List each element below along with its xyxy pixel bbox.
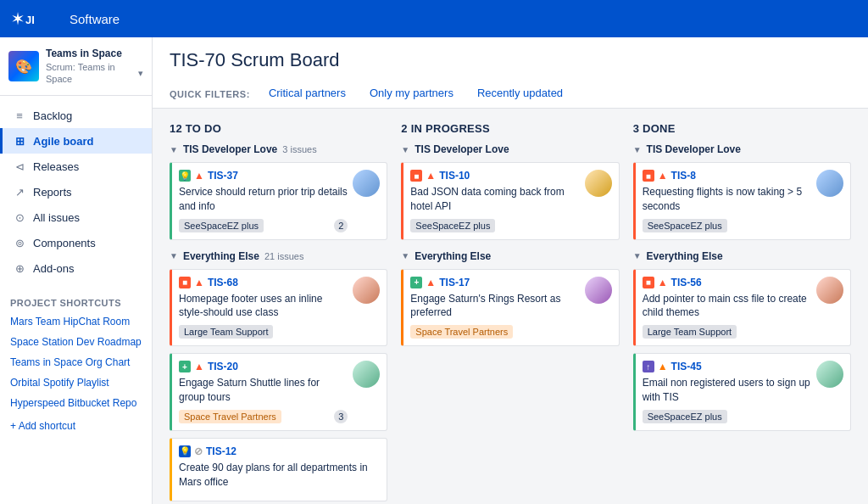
components-icon: ⊚ xyxy=(13,236,26,249)
sidebar-item-reports[interactable]: ↗ Reports xyxy=(0,179,152,204)
card-tis-8[interactable]: ■ ▲ TIS-8 Requesting flights is now taki… xyxy=(633,162,851,240)
shortcuts-title: PROJECT SHORTCUTS xyxy=(0,288,152,311)
bug-icon: ■ xyxy=(179,277,191,288)
card-footer: Large Team Support xyxy=(643,325,811,339)
addons-icon: ⊕ xyxy=(13,261,26,275)
card-tis-68[interactable]: ■ ▲ TIS-68 Homepage footer uses an inlin… xyxy=(170,269,387,347)
card-body: + ▲ TIS-17 Engage Saturn's Rings Resort … xyxy=(410,277,579,339)
priority-icon: ▲ xyxy=(658,277,668,288)
swimlane-header-2[interactable]: ▼ Everything Else xyxy=(633,250,851,262)
project-info: Teams in Space Scrum: Teams in Space ▾ xyxy=(46,48,143,85)
chevron-icon: ▼ xyxy=(633,251,642,260)
bug-icon: ■ xyxy=(643,170,654,182)
sidebar-item-label: Reports xyxy=(33,186,72,199)
project-header: 🎨 Teams in Space Scrum: Teams in Space ▾ xyxy=(0,37,152,96)
swimlane-header-2[interactable]: ▼ Everything Else xyxy=(401,250,619,262)
shortcut-bitbucket[interactable]: Hyperspeed Bitbucket Repo xyxy=(0,393,152,413)
swimlane-tis-dev-love-todo: ▼ TIS Developer Love 3 issues 💡 ▲ xyxy=(170,143,387,240)
sidebar-item-label: Agile board xyxy=(33,135,94,148)
shortcut-hipChat[interactable]: Mars Team HipChat Room xyxy=(0,311,152,332)
card-tag: SeeSpaceEZ plus xyxy=(410,219,495,232)
swimlane-header-2[interactable]: ▼ Everything Else 21 issues xyxy=(170,250,387,262)
card-title: Homepage footer uses an inline style-sho… xyxy=(179,292,348,321)
sidebar-item-addons[interactable]: ⊕ Add-ons xyxy=(0,255,152,281)
card-tis-17[interactable]: + ▲ TIS-17 Engage Saturn's Rings Resort … xyxy=(401,269,619,347)
card-avatar xyxy=(816,277,843,304)
sidebar: 🎨 Teams in Space Scrum: Teams in Space ▾… xyxy=(0,37,153,504)
project-name: Teams in Space xyxy=(46,48,143,61)
card-title: Bad JSON data coming back from hotel API xyxy=(410,185,579,214)
priority-icon: ▲ xyxy=(426,277,436,288)
story-icon: + xyxy=(410,277,422,288)
chevron-icon: ▼ xyxy=(633,145,642,154)
shortcut-org-chart[interactable]: Teams in Space Org Chart xyxy=(0,352,152,372)
backlog-icon: ≡ xyxy=(13,109,26,122)
shortcut-spotify[interactable]: Orbital Spotify Playlist xyxy=(0,372,152,393)
chevron-icon: ▼ xyxy=(401,145,409,154)
swimlane-header[interactable]: ▼ TIS Developer Love 3 issues xyxy=(170,143,387,155)
board-columns: 12 To do ▼ TIS Developer Love 3 issues xyxy=(170,122,851,504)
swimlane-title: TIS Developer Love xyxy=(183,143,277,155)
swimlane-title: TIS Developer Love xyxy=(647,143,741,155)
svg-text:JIRA: JIRA xyxy=(25,14,34,26)
jira-logo: ✶ JIRA Software xyxy=(10,7,120,31)
releases-icon: ⊲ xyxy=(13,160,26,173)
board-title: TIS-70 Scrum Board xyxy=(170,49,851,71)
priority-icon: ⊘ xyxy=(194,445,203,457)
column-inprogress: 2 In progress ▼ TIS Developer Love xyxy=(401,122,619,504)
add-shortcut-button[interactable]: + Add shortcut xyxy=(0,413,152,439)
board-columns-container: 12 To do ▼ TIS Developer Love 3 issues xyxy=(153,109,868,504)
swimlane-count: 21 issues xyxy=(264,251,303,261)
filter-only-my-partners[interactable]: Only my partners xyxy=(359,80,464,109)
swimlane-count: 3 issues xyxy=(282,144,316,154)
agile-board-icon: ⊞ xyxy=(13,134,26,148)
improvement-icon: ↑ xyxy=(643,361,654,372)
sidebar-item-backlog[interactable]: ≡ Backlog xyxy=(0,103,152,128)
swimlane-header[interactable]: ▼ TIS Developer Love xyxy=(401,143,619,155)
card-id: 💡 ⊘ TIS-12 xyxy=(179,445,380,457)
card-tis-45[interactable]: ↑ ▲ TIS-45 Email non registered users to… xyxy=(633,353,851,431)
filter-critical-partners[interactable]: Critical partners xyxy=(259,80,356,109)
jira-logo-icon: ✶ JIRA xyxy=(10,7,34,31)
swimlane-everything-else-todo: ▼ Everything Else 21 issues ■ ▲ xyxy=(170,250,387,502)
story-icon: + xyxy=(179,361,191,372)
card-title: Requesting flights is now taking > 5 sec… xyxy=(643,185,811,214)
project-avatar: 🎨 xyxy=(8,51,39,81)
sidebar-item-agile-board[interactable]: ⊞ Agile board xyxy=(0,128,152,154)
column-inner-inprogress: ▼ TIS Developer Love ■ ▲ TIS-10 xyxy=(401,143,619,346)
card-id: + ▲ TIS-17 xyxy=(410,277,579,288)
card-footer: Large Team Support xyxy=(179,325,348,339)
card-tis-10[interactable]: ■ ▲ TIS-10 Bad JSON data coming back fro… xyxy=(401,162,619,240)
shortcut-roadmap[interactable]: Space Station Dev Roadmap xyxy=(0,332,152,352)
sidebar-nav: ≡ Backlog ⊞ Agile board ⊲ Releases ↗ Rep… xyxy=(0,96,152,288)
svg-text:✶: ✶ xyxy=(12,12,24,26)
board-header: TIS-70 Scrum Board QUICK FILTERS: Critic… xyxy=(153,37,868,109)
sidebar-item-label: Components xyxy=(33,237,96,249)
swimlane-tis-dev-love-prog: ▼ TIS Developer Love ■ ▲ TIS-10 xyxy=(401,143,619,240)
chevron-icon: ▼ xyxy=(170,251,178,260)
card-title: Create 90 day plans for all departments … xyxy=(179,461,380,490)
sidebar-item-all-issues[interactable]: ⊙ All issues xyxy=(0,204,152,230)
top-nav: ✶ JIRA Software xyxy=(0,0,868,37)
filter-recently-updated[interactable]: Recently updated xyxy=(467,80,573,109)
sidebar-item-label: All issues xyxy=(33,211,80,224)
sidebar-item-label: Add-ons xyxy=(33,262,74,275)
card-tis-12[interactable]: 💡 ⊘ TIS-12 Create 90 day plans for all d… xyxy=(170,438,387,502)
swimlane-header[interactable]: ▼ TIS Developer Love xyxy=(633,143,851,155)
card-tag: Large Team Support xyxy=(179,325,273,339)
card-tis-56[interactable]: ■ ▲ TIS-56 Add pointer to main css file … xyxy=(633,269,851,347)
sidebar-item-components[interactable]: ⊚ Components xyxy=(0,230,152,255)
card-tis-20[interactable]: + ▲ TIS-20 Engage Saturn Shuttle lines f… xyxy=(170,353,387,431)
card-id: + ▲ TIS-20 xyxy=(179,361,348,372)
quick-filter-label: QUICK FILTERS: xyxy=(170,89,250,99)
column-header-done: 3 Done xyxy=(633,122,851,135)
card-tag: SeeSpaceEZ plus xyxy=(643,410,727,423)
card-footer: SeeSpaceEZ plus 2 xyxy=(179,219,348,232)
card-body: ■ ▲ TIS-68 Homepage footer uses an inlin… xyxy=(179,277,348,339)
priority-icon: ▲ xyxy=(426,170,436,182)
swimlane-title: TIS Developer Love xyxy=(415,143,509,155)
priority-icon: ▲ xyxy=(658,361,668,372)
card-tis-37[interactable]: 💡 ▲ TIS-37 Service should return prior t… xyxy=(170,162,387,240)
card-tag: SeeSpaceEZ plus xyxy=(643,219,727,232)
sidebar-item-releases[interactable]: ⊲ Releases xyxy=(0,154,152,179)
